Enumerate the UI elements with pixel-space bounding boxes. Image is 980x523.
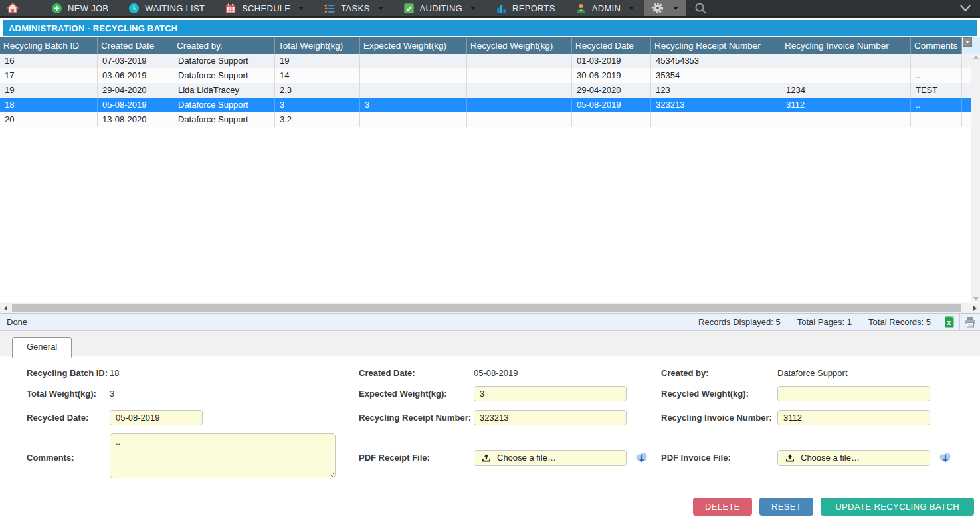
table-cell: 453454353 xyxy=(651,54,781,68)
column-header[interactable]: Expected Weight(kg) xyxy=(360,37,467,54)
column-header[interactable]: Recycling Receipt Number xyxy=(651,37,781,54)
nav-item-new-job[interactable]: NEW JOB xyxy=(41,0,118,16)
column-header[interactable]: Created by. xyxy=(173,37,275,54)
column-header[interactable]: Recycled Date xyxy=(572,37,651,54)
nav-item-admin[interactable]: ADMIN xyxy=(565,0,644,16)
table-cell: 05-08-2019 xyxy=(572,98,651,112)
table-cell: 29-04-2020 xyxy=(572,83,651,98)
table-row[interactable]: 1805-08-2019Dataforce Support3305-08-201… xyxy=(0,98,971,112)
table-row[interactable]: 1929-04-2020Lida LidaTracey2.329-04-2020… xyxy=(0,83,971,98)
receipt-cloud-download-icon[interactable] xyxy=(635,451,649,464)
home-button[interactable] xyxy=(0,0,27,16)
tab-bar: General xyxy=(12,337,72,358)
vertical-scrollbar[interactable] xyxy=(971,54,980,302)
table-cell xyxy=(651,112,781,127)
update-recycling-batch-button[interactable]: UPDATE RECYCLING BATCH xyxy=(821,498,974,516)
recycled-weight-input[interactable] xyxy=(777,386,930,401)
table-cell-filler xyxy=(962,112,971,127)
horizontal-scrollbar[interactable] xyxy=(0,302,980,313)
reset-button[interactable]: RESET xyxy=(759,498,813,516)
table-cell: 18 xyxy=(0,98,98,112)
comments-textarea[interactable]: .. xyxy=(110,433,336,478)
file-button-label: Choose a file… xyxy=(801,453,860,463)
table-cell: 30-06-2019 xyxy=(572,68,651,83)
table-cell-filler xyxy=(962,83,971,98)
table-row[interactable]: 2013-08-2020Dataforce Support3.2 xyxy=(0,112,971,127)
tab-general[interactable]: General xyxy=(12,337,72,358)
table-cell: 13-08-2020 xyxy=(98,112,173,127)
column-options-button[interactable] xyxy=(963,37,972,47)
pdf-receipt-file-button[interactable]: Choose a file… xyxy=(474,450,627,466)
field-label: Recycling Receipt Number: xyxy=(359,413,474,423)
nav-item-schedule[interactable]: SCHEDULE xyxy=(215,0,314,16)
delete-button[interactable]: DELETE xyxy=(693,498,752,516)
task-list-icon xyxy=(324,3,336,14)
chevron-down-icon xyxy=(470,7,476,10)
table-cell: Dataforce Support xyxy=(173,54,275,68)
chevron-down-icon xyxy=(965,41,969,43)
column-header[interactable]: Recycled Weight(kg) xyxy=(467,37,572,54)
table-cell: 03-06-2019 xyxy=(98,68,173,83)
settings-button[interactable] xyxy=(644,0,686,16)
table-cell xyxy=(781,54,911,68)
invoice-cloud-download-icon[interactable] xyxy=(938,451,953,464)
svg-text:x: x xyxy=(947,319,951,326)
print-button[interactable] xyxy=(959,314,980,330)
table-cell: TEST xyxy=(911,83,962,98)
top-nav: NEW JOB WAITING LIST SCHEDULE TASKS xyxy=(0,0,980,18)
grid-body: 1607-03-2019Dataforce Support1901-03-201… xyxy=(0,54,971,302)
upload-icon xyxy=(482,453,491,463)
nav-item-tasks[interactable]: TASKS xyxy=(314,0,393,16)
table-cell xyxy=(360,54,467,68)
scrollbar-track[interactable] xyxy=(11,303,969,313)
nav-item-auditing[interactable]: AUDITING xyxy=(393,0,486,16)
table-row[interactable]: 1607-03-2019Dataforce Support1901-03-201… xyxy=(0,54,971,68)
field-label: Total Weight(kg): xyxy=(27,389,110,399)
records-grid: Recycling Batch IDCreated DateCreated by… xyxy=(0,37,980,302)
nav-item-label: WAITING LIST xyxy=(145,3,205,13)
scrollbar-thumb[interactable] xyxy=(12,304,961,312)
recycling-receipt-number-input[interactable] xyxy=(474,410,627,425)
table-row[interactable]: 1703-06-2019Dataforce Support1430-06-201… xyxy=(0,68,971,83)
search-input[interactable] xyxy=(712,3,959,13)
chevron-down-icon xyxy=(673,7,678,10)
scroll-left-arrow-icon[interactable] xyxy=(0,303,11,313)
expected-weight-input[interactable] xyxy=(474,386,627,401)
column-header[interactable]: Recycling Batch ID xyxy=(0,37,98,54)
column-header[interactable]: Total Weight(kg) xyxy=(275,37,360,54)
scroll-up-arrow-icon[interactable] xyxy=(973,56,979,59)
upload-icon xyxy=(785,453,795,463)
checkbox-check-icon xyxy=(403,3,415,14)
table-cell: 3.2 xyxy=(275,112,360,127)
scroll-right-arrow-icon[interactable] xyxy=(969,303,980,313)
page-title: ADMINISTRATION - RECYCLING BATCH xyxy=(3,20,977,36)
gear-icon xyxy=(652,2,664,14)
nav-item-label: TASKS xyxy=(341,3,369,13)
pdf-invoice-file-button[interactable]: Choose a file… xyxy=(777,450,930,466)
table-cell xyxy=(911,54,962,68)
file-button-label: Choose a file… xyxy=(497,453,556,463)
column-header[interactable]: Recycling Invoice Number xyxy=(781,37,911,54)
field-label: Recycled Weight(kg): xyxy=(661,389,777,399)
recycled-date-input[interactable] xyxy=(110,410,203,425)
chevron-down-icon xyxy=(298,7,304,10)
scroll-down-arrow-icon[interactable] xyxy=(973,297,979,300)
table-cell: 07-03-2019 xyxy=(98,54,173,68)
status-bar: Done Records Displayed: 5 Total Pages: 1… xyxy=(0,313,980,331)
table-cell: Dataforce Support xyxy=(173,98,275,112)
column-header[interactable]: Created Date xyxy=(98,37,173,54)
bar-chart-icon xyxy=(496,3,507,14)
table-cell xyxy=(781,68,911,83)
column-header[interactable]: Comments xyxy=(911,37,962,54)
nav-item-waiting-list[interactable]: WAITING LIST xyxy=(118,0,215,16)
nav-item-reports[interactable]: REPORTS xyxy=(486,0,565,16)
records-displayed: Records Displayed: 5 xyxy=(690,314,789,330)
recycling-invoice-number-input[interactable] xyxy=(777,410,930,425)
chevron-down-icon[interactable] xyxy=(959,3,972,13)
search-bar[interactable] xyxy=(686,0,980,16)
grid-header-row: Recycling Batch IDCreated DateCreated by… xyxy=(0,37,980,54)
nav-item-label: NEW JOB xyxy=(68,3,108,13)
export-excel-button[interactable]: x xyxy=(939,314,959,330)
nav-item-label: REPORTS xyxy=(512,3,555,13)
table-cell xyxy=(572,112,651,127)
